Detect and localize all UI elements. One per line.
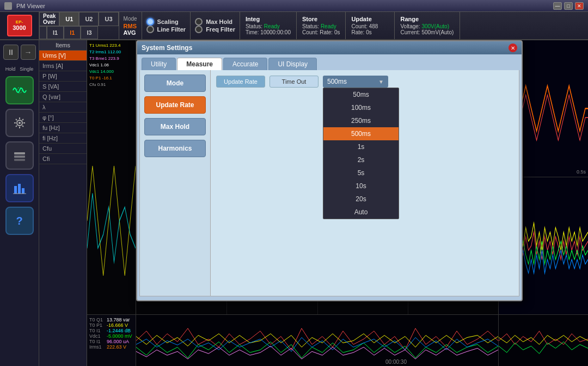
val-t3: T3 Bme1 223.9 bbox=[89, 55, 133, 62]
item-row-irms[interactable]: Irms [A] bbox=[39, 61, 87, 71]
data-row-2: T0 P1 -16.666 V bbox=[89, 322, 133, 328]
mode-rms[interactable]: RMS bbox=[124, 23, 137, 29]
range-current-key: Current: bbox=[400, 29, 420, 35]
data-row-6: Irms1 222.63 V bbox=[89, 344, 133, 350]
ch-u3[interactable]: U3 bbox=[99, 12, 118, 26]
dropdown-item-100ms[interactable]: 100ms bbox=[323, 101, 399, 114]
sidebar-waveform-btn[interactable] bbox=[5, 76, 34, 104]
ch-u2[interactable]: U2 bbox=[79, 12, 99, 26]
left-chart-values: T1 Urms1 223.4 T2 Irms1 112.00 T3 Bme1 2… bbox=[87, 40, 136, 90]
main-content: ⏸ → Hold Single bbox=[0, 40, 588, 366]
dropdown-item-500ms[interactable]: 500ms bbox=[323, 127, 399, 140]
logo-line2: 3000 bbox=[13, 24, 26, 31]
scaling-dot bbox=[146, 18, 154, 26]
update-rate-label-btn[interactable]: Update Rate bbox=[216, 76, 265, 88]
ch-i3[interactable]: I3 bbox=[81, 26, 97, 39]
dialog-title: System Settings bbox=[142, 44, 192, 52]
bottom-waveform: 00:00:30 bbox=[136, 315, 498, 366]
dialog-tab-ui-display[interactable]: UI Display bbox=[268, 58, 317, 70]
data-val-6: 222.63 V bbox=[107, 344, 126, 350]
ch-i1b[interactable]: I1 bbox=[64, 26, 81, 39]
dialog-tab-measure[interactable]: Measure bbox=[177, 58, 222, 70]
item-row-phi[interactable]: φ [°] bbox=[39, 113, 87, 123]
dialog-tabs: Utility Measure Accurate UI Display bbox=[137, 54, 522, 70]
scaling-label: Scaling bbox=[157, 18, 179, 25]
data-row-1: T0 Q1 13.788 var bbox=[89, 317, 133, 322]
dropdown-arrow-icon: ▼ bbox=[378, 79, 384, 85]
logo-text: EP- 3000 bbox=[13, 20, 26, 32]
close-window-button[interactable]: ✕ bbox=[575, 2, 584, 10]
waveform-icon bbox=[12, 83, 27, 98]
item-row-fu[interactable]: fu [Hz] bbox=[39, 123, 87, 133]
data-val-3: -1.2446 dB bbox=[107, 328, 131, 333]
item-row-cfu[interactable]: Cfu bbox=[39, 144, 87, 154]
rate-dropdown[interactable]: 500ms ▼ 50ms 100ms 250ms 500ms 1s 2s 5s bbox=[323, 76, 388, 88]
freq-filter-toggle[interactable]: Freq Filter bbox=[195, 26, 235, 33]
dropdown-header[interactable]: 500ms ▼ bbox=[323, 76, 388, 88]
update-rate: Rate: 0s bbox=[351, 29, 389, 35]
dropdown-item-20s[interactable]: 20s bbox=[323, 193, 399, 206]
sidebar-settings-btn[interactable] bbox=[5, 109, 34, 137]
data-key-3: T0 I1 bbox=[89, 328, 105, 333]
integ-status-val: Ready bbox=[264, 23, 280, 29]
sidebar-help-btn[interactable]: ? bbox=[5, 207, 34, 235]
ch-u1[interactable]: U1 bbox=[59, 12, 79, 26]
integ-status: Status: Ready bbox=[246, 23, 291, 29]
dialog-tab-accurate[interactable]: Accurate bbox=[223, 58, 267, 70]
settings-icon bbox=[12, 115, 27, 131]
item-row-s[interactable]: S [VA] bbox=[39, 82, 87, 92]
mode-avg[interactable]: AVG bbox=[124, 29, 137, 36]
item-row-p[interactable]: P [W] bbox=[39, 71, 87, 82]
maximize-button[interactable]: □ bbox=[564, 2, 573, 10]
dialog-left-panel: Mode Update Rate Max Hold Harmonics bbox=[140, 70, 211, 296]
dropdown-item-50ms[interactable]: 50ms bbox=[323, 88, 399, 101]
ch-i1a[interactable]: I1 bbox=[47, 26, 64, 39]
range-voltage: Voltage: 300V(Auto) bbox=[400, 23, 454, 29]
store-status-val: Ready bbox=[321, 23, 336, 29]
line-filter-toggle[interactable]: Line Filter bbox=[146, 26, 186, 33]
store-section: Store Status: Ready Count: Rate: 0s bbox=[297, 12, 346, 39]
item-row-lambda[interactable]: λ bbox=[39, 102, 87, 113]
dialog-close-button[interactable]: ✕ bbox=[509, 44, 517, 52]
dropdown-item-10s[interactable]: 10s bbox=[323, 179, 399, 193]
dropdown-item-5s[interactable]: 5s bbox=[323, 166, 399, 179]
timeout-label-btn[interactable]: Time Out bbox=[270, 76, 318, 88]
maxhold-toggle[interactable]: Max Hold bbox=[195, 18, 235, 26]
svg-rect-8 bbox=[22, 188, 24, 194]
sidebar-chart-btn[interactable] bbox=[5, 174, 34, 202]
scaling-toggle[interactable]: Scaling bbox=[146, 18, 186, 26]
integ-time-val: 10000:00:00 bbox=[260, 29, 291, 35]
minimize-button[interactable]: — bbox=[553, 2, 562, 10]
hold-single-labels: Hold Single bbox=[5, 66, 34, 72]
item-row-cfi[interactable]: Cfi bbox=[39, 154, 87, 164]
dropdown-item-250ms[interactable]: 250ms bbox=[323, 114, 399, 127]
dialog-tab-utility[interactable]: Utility bbox=[142, 58, 176, 70]
dropdown-item-1s[interactable]: 1s bbox=[323, 140, 399, 153]
freq-filter-label: Freq Filter bbox=[206, 26, 235, 33]
store-count: Count: Rate: 0s bbox=[302, 29, 340, 35]
maxhold-dot bbox=[195, 18, 203, 26]
item-row-q[interactable]: Q [var] bbox=[39, 92, 87, 102]
dialog-nav-update-rate[interactable]: Update Rate bbox=[144, 96, 206, 114]
item-row-urms[interactable]: Urms [V] bbox=[39, 51, 87, 61]
channel-spacer bbox=[39, 26, 47, 39]
data-row-5: T0 I1 96.000 uA bbox=[89, 339, 133, 344]
hold-button[interactable]: ⏸ bbox=[3, 45, 19, 60]
item-row-fi[interactable]: fi [Hz] bbox=[39, 133, 87, 144]
single-button[interactable]: → bbox=[21, 45, 36, 60]
dropdown-item-auto[interactable]: Auto bbox=[323, 206, 399, 219]
val-t4: Vdc1 1.06 bbox=[89, 62, 133, 69]
dialog-nav-harmonics[interactable]: Harmonics bbox=[144, 140, 206, 157]
store-status-key: Status: bbox=[302, 23, 319, 29]
sidebar-layers-btn[interactable] bbox=[5, 141, 34, 170]
dropdown-item-2s[interactable]: 2s bbox=[323, 153, 399, 166]
toolbar: EP- 3000 PeakOver U1 U2 U3 I1 I1 I3 Mode… bbox=[0, 12, 588, 40]
dialog-nav-max-hold[interactable]: Max Hold bbox=[144, 118, 206, 135]
dialog-nav-mode[interactable]: Mode bbox=[144, 75, 206, 92]
dialog-right-panel: Update Rate Time Out 500ms ▼ 50ms 100ms bbox=[211, 70, 519, 296]
line-filter-dot bbox=[146, 26, 154, 33]
line-filter-label: Line Filter bbox=[157, 26, 186, 33]
data-key-6: Irms1 bbox=[89, 344, 105, 350]
store-label: Store bbox=[302, 16, 340, 22]
help-icon: ? bbox=[16, 215, 22, 227]
